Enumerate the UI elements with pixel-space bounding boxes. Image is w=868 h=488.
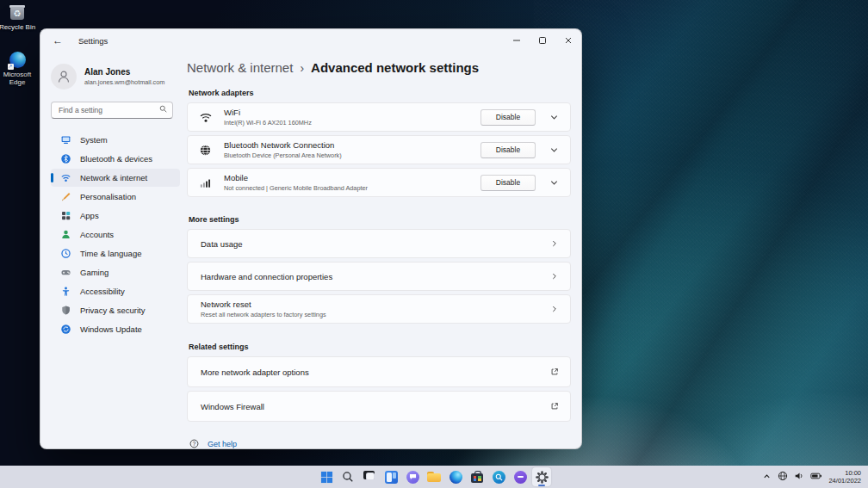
widgets-icon [385, 471, 398, 484]
file-explorer-button[interactable] [425, 467, 443, 486]
sidebar-item-time-language[interactable]: Time & language [51, 244, 180, 263]
external-link-icon [550, 368, 559, 376]
row-hardware-connection-properties[interactable]: Hardware and connection properties [187, 262, 571, 291]
clock-date: 24/01/2022 [828, 477, 861, 485]
minimize-button[interactable] [504, 29, 530, 52]
sidebar-item-accessibility[interactable]: Accessibility [51, 282, 180, 300]
row-more-network-adapter-options[interactable]: More network adapter options [187, 356, 571, 387]
taskbar-app-icons [317, 466, 551, 488]
profile-email: alan.jones.wm@hotmail.com [84, 78, 164, 86]
external-link-icon [550, 402, 559, 411]
profile-name: Alan Jones [84, 67, 164, 77]
breadcrumb-separator: › [300, 61, 304, 75]
tray-volume-icon[interactable] [794, 469, 804, 485]
edge-button[interactable] [446, 467, 465, 486]
tray-battery-icon[interactable] [810, 469, 822, 485]
section-label-more-settings: More settings [189, 215, 571, 224]
row-windows-firewall[interactable]: Windows Firewall [187, 391, 571, 422]
start-icon [320, 471, 333, 484]
row-title: Data usage [201, 239, 243, 249]
desktop-icon-recycle-bin[interactable]: ♻ Recycle Bin [0, 3, 41, 31]
sidebar-item-network-internet[interactable]: Network & internet [51, 169, 180, 187]
tray-network-globe-icon[interactable] [778, 469, 788, 485]
accessibility-icon [60, 286, 71, 297]
disable-button-wifi[interactable]: Disable [480, 109, 536, 126]
file-explorer-icon [427, 472, 441, 482]
desktop-icon-label: Recycle Bin [0, 23, 41, 31]
settings-gear-icon [536, 471, 549, 484]
breadcrumb: Network & internet › Advanced network se… [187, 60, 571, 75]
sidebar-item-bluetooth-devices[interactable]: Bluetooth & devices [51, 150, 180, 168]
sidebar-item-label: Accounts [80, 230, 114, 239]
sidebar-item-label: Gaming [80, 268, 108, 277]
purple-app-button[interactable] [511, 467, 530, 486]
close-button[interactable] [555, 29, 581, 52]
adapter-row-bluetooth[interactable]: Bluetooth Network Connection Bluetooth D… [187, 135, 571, 164]
adapter-subtitle: Intel(R) Wi-Fi 6 AX201 160MHz [224, 119, 312, 127]
svg-text:?: ? [193, 441, 196, 447]
sidebar-item-label: Time & language [80, 249, 141, 258]
search-icon [159, 105, 167, 113]
chevron-down-icon[interactable] [549, 113, 559, 122]
desktop-icon-microsoft-edge[interactable]: ↗ Microsoft Edge [0, 52, 41, 86]
chevron-down-icon[interactable] [549, 145, 559, 155]
wallpaper-texture [534, 0, 868, 466]
widgets-button[interactable] [381, 467, 400, 486]
maximize-button[interactable] [530, 29, 555, 52]
row-subtitle: Reset all network adapters to factory se… [201, 311, 326, 318]
search-input[interactable] [51, 102, 173, 119]
sidebar-item-personalisation[interactable]: Personalisation [51, 188, 180, 206]
privacy-security-icon [60, 305, 71, 316]
recycle-bin-icon: ♻ [9, 3, 26, 21]
row-title: More network adapter options [201, 368, 309, 377]
user-profile[interactable]: Alan Jones alan.jones.wm@hotmail.com [51, 64, 185, 90]
sidebar-item-accounts[interactable]: Accounts [51, 225, 180, 244]
adapter-title: WiFi [224, 108, 312, 117]
network-icon [60, 172, 71, 183]
titlebar[interactable]: ← Settings [40, 29, 581, 52]
adapter-row-wifi[interactable]: WiFi Intel(R) Wi-Fi 6 AX201 160MHz Disab… [187, 102, 571, 132]
search-app-button[interactable] [489, 467, 508, 486]
taskbar-clock[interactable]: 10:00 24/01/2022 [828, 469, 861, 485]
adapter-row-mobile[interactable]: Mobile Not connected | Generic Mobile Br… [187, 168, 571, 197]
section-label-related-settings: Related settings [189, 343, 571, 351]
gaming-icon [60, 267, 71, 278]
avatar [51, 64, 77, 90]
main-content: Network & internet › Advanced network se… [187, 52, 571, 448]
settings-window: ← Settings Alan Jones alan.jones.wm@hotm… [40, 28, 582, 449]
sidebar-item-gaming[interactable]: Gaming [51, 263, 180, 281]
sidebar-nav: System Bluetooth & devices Network & int… [51, 131, 185, 338]
sidebar-item-privacy-security[interactable]: Privacy & security [51, 301, 180, 319]
microsoft-store-button[interactable] [468, 467, 487, 486]
wifi-icon [199, 110, 213, 124]
sidebar-item-apps[interactable]: Apps [51, 207, 180, 225]
chevron-down-icon[interactable] [549, 178, 559, 188]
section-label-network-adapters: Network adapters [189, 89, 571, 97]
sidebar-item-label: Bluetooth & devices [80, 154, 152, 164]
chat-icon [406, 471, 419, 484]
back-button[interactable]: ← [53, 34, 66, 46]
disable-button-bluetooth[interactable]: Disable [480, 142, 536, 158]
windows-update-icon [60, 324, 71, 335]
disable-button-mobile[interactable]: Disable [480, 175, 536, 191]
sidebar-item-label: Privacy & security [80, 306, 146, 315]
window-title: Settings [78, 36, 108, 46]
accounts-icon [60, 229, 71, 240]
task-view-button[interactable] [360, 467, 379, 486]
settings-app-button[interactable] [532, 467, 551, 486]
row-title: Network reset [201, 300, 326, 309]
sidebar-item-system[interactable]: System [51, 131, 180, 149]
taskbar-search-button[interactable] [338, 467, 357, 486]
row-network-reset[interactable]: Network reset Reset all network adapters… [187, 294, 571, 324]
row-title: Windows Firewall [201, 402, 264, 411]
search-app-icon [493, 471, 505, 484]
tray-chevron-up-icon[interactable] [762, 469, 772, 485]
chat-button[interactable] [403, 467, 422, 486]
breadcrumb-parent[interactable]: Network & internet [187, 60, 293, 75]
personalisation-icon [60, 191, 71, 202]
start-button[interactable] [317, 467, 336, 486]
get-help-link[interactable]: ? Get help [189, 439, 571, 448]
sidebar-item-windows-update[interactable]: Windows Update [51, 320, 180, 338]
row-data-usage[interactable]: Data usage [187, 229, 571, 258]
cellular-icon [199, 176, 213, 189]
